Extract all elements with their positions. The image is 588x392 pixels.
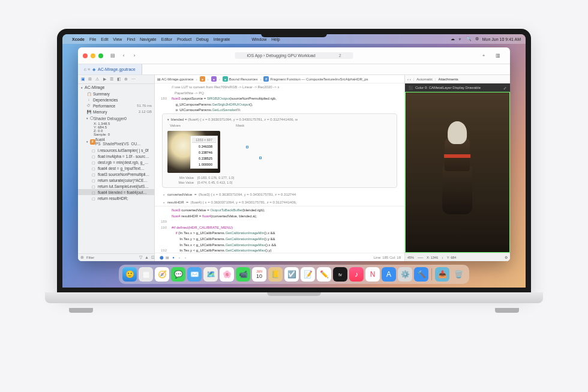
zoom-slider[interactable]: ⎼⎼⎼ <box>418 256 423 259</box>
preview-expand-icon[interactable]: ⤢ <box>503 86 506 90</box>
dock-notes[interactable]: 📝 <box>301 267 315 282</box>
dock-settings[interactable]: ⚙️ <box>398 267 412 282</box>
menu-integrate[interactable]: Integrate <box>214 37 230 41</box>
menu-view[interactable]: View <box>113 37 122 41</box>
stack-row[interactable]: ▢return lut.SampleLevel(lutS… <box>78 183 154 189</box>
filter-opt-2[interactable]: ▲ <box>145 255 149 260</box>
nav-tab-3[interactable]: ⚠ <box>95 77 100 82</box>
stack-row[interactable]: ▢return resultHDR; <box>78 195 154 201</box>
dock-facetime[interactable]: 📹 <box>236 267 250 282</box>
stack-row[interactable]: ▢float3 sourceNonPremultipli… <box>78 171 154 177</box>
menubar-app-name[interactable]: Xcode <box>72 37 85 41</box>
status-control-center-icon[interactable]: ⚙ <box>475 37 479 41</box>
debug-btn-4[interactable]: ‹ <box>176 256 182 259</box>
menubar-clock[interactable]: Mon Jun 10 9:41 AM <box>482 37 521 41</box>
debug-btn-3[interactable]: ● <box>170 256 176 259</box>
menu-window[interactable]: Window <box>251 37 266 41</box>
dock-tv[interactable]: tv <box>333 267 347 282</box>
library-button[interactable]: ▥ <box>494 52 502 59</box>
preview-nav[interactable]: ‹ › <box>407 77 411 81</box>
nav-tab-5[interactable]: ☰ <box>109 77 114 82</box>
xcode-window: ▤ ‹ › iOS App › Debugging GPU Workload 2… <box>78 47 510 261</box>
document-tab[interactable]: ⎌ ≡ ◆ AC-Mirage.gputrace <box>78 64 142 74</box>
nav-tab-4[interactable]: ▶ <box>102 77 107 82</box>
status-cloud-icon[interactable]: ☁ <box>451 37 455 41</box>
menu-debug[interactable]: Debug <box>196 37 209 41</box>
dock-freeform[interactable]: ✏️ <box>317 267 331 282</box>
menu-navigate[interactable]: Navigate <box>140 37 157 41</box>
sidebar-dependencies[interactable]: ↕Dependencies <box>78 97 154 103</box>
dock-launchpad[interactable]: ▦ <box>139 267 153 282</box>
sidebar-summary[interactable]: 📋Summary <box>78 91 154 97</box>
stack-row[interactable]: ▢dest.rgb = min(dest.rgb, g_… <box>78 159 154 165</box>
dock-maps[interactable]: 🗺️ <box>203 267 218 282</box>
stack-row[interactable]: ▢float4 dest = g_InputText… <box>78 165 154 171</box>
bc-file[interactable]: ▤ AC-Mirage.gputrace <box>157 77 194 81</box>
filter-input[interactable] <box>86 255 137 260</box>
stack-row-selected[interactable]: ▢float4 blended = float4(out… <box>78 189 154 195</box>
nav-tab-1[interactable]: ▣ <box>80 77 85 82</box>
dock-messages[interactable]: 💬 <box>171 267 185 282</box>
result-hdr[interactable]: resultHDR = (float4) { x = 0.3630371094,… <box>155 198 404 206</box>
nav-tab-7[interactable]: ⊕ <box>124 77 128 82</box>
nav-tab-8[interactable]: ⋯ <box>131 77 136 82</box>
code-area-2[interactable]: 189190192 float3 convertedValue = Output… <box>155 206 404 253</box>
nav-back-icon[interactable]: ‹ <box>120 52 127 59</box>
code-area[interactable]: 180185 // use LUT to convert from Rec709… <box>155 83 404 111</box>
dock-music[interactable]: ♪ <box>349 267 364 282</box>
metal-drawable-preview[interactable] <box>405 92 510 253</box>
window-close-button[interactable] <box>83 53 88 58</box>
debug-btn-2[interactable]: ▤ <box>164 255 170 259</box>
dock-xcode[interactable]: 🔨 <box>414 267 428 282</box>
window-zoom-button[interactable] <box>98 53 103 58</box>
nav-forward-icon[interactable]: › <box>131 52 138 59</box>
nav-tab-2[interactable]: ⊞ <box>88 77 92 82</box>
sidebar-toggle-icon[interactable]: ▤ <box>109 52 116 59</box>
nav-tab-6[interactable]: ◧ <box>116 77 121 82</box>
bc-function[interactable]: Fragment Function — CompositeTextureInvS… <box>270 77 368 81</box>
dock-finder[interactable]: 🙂 <box>122 267 137 282</box>
dock-contacts[interactable]: 📒 <box>268 267 283 282</box>
stack-row[interactable]: ▢i.resources.lutSampler( | s_0f <box>78 147 154 153</box>
debug-btn-1[interactable]: ⬤ <box>158 255 164 259</box>
menu-help[interactable]: Help <box>271 37 280 41</box>
dock-trash[interactable]: 🗑️ <box>451 267 466 282</box>
menu-product[interactable]: Product <box>177 37 191 41</box>
bc-resources[interactable]: Bound Resources <box>229 77 258 81</box>
preview-tab-attachments[interactable]: Attachments <box>438 77 458 81</box>
add-button[interactable]: + <box>480 52 487 59</box>
result-converted[interactable]: convertedValue = (float3) { x = 0.363037… <box>155 190 404 198</box>
dock-mail[interactable]: ✉️ <box>187 267 202 282</box>
menu-editor[interactable]: Editor <box>161 37 172 41</box>
dock-reminders[interactable]: ☑️ <box>284 267 299 282</box>
stack-row[interactable]: ▢return saturate(color)*ACE… <box>78 177 154 183</box>
swatch-icon: ⬛ <box>409 86 413 90</box>
dock-news[interactable]: N <box>365 267 380 282</box>
popover-mask-view[interactable] <box>226 131 292 173</box>
dock-safari[interactable]: 🧭 <box>155 267 169 282</box>
filter-icon[interactable]: ⊕ <box>80 255 84 260</box>
sidebar-memory[interactable]: 💾Memory2.12 GB <box>78 109 154 115</box>
titlebar-badge: 2 <box>339 53 341 58</box>
dock-downloads[interactable]: 📥 <box>435 267 449 282</box>
status-wifi-icon[interactable]: ᯤ <box>458 37 463 41</box>
dock-calendar[interactable]: JUN10 <box>252 267 266 282</box>
popover-texture-thumb[interactable]: 1353 × 697 0.246338 0.238746 0.238525 1.… <box>167 131 220 173</box>
debug-btn-5[interactable]: › <box>182 256 188 259</box>
macos-dock: 🙂 ▦ 🧭 💬 ✉️ 🗺️ 🌸 📹 JUN10 📒 ☑️ 📝 ✏️ tv ♪ N… <box>119 265 469 284</box>
sidebar-performance[interactable]: ⏱Performance51.76 ms <box>78 103 154 109</box>
zoom-pct[interactable]: 45% <box>407 256 414 259</box>
preview-tab-automatic[interactable]: Automatic <box>416 77 433 81</box>
filter-opt-1[interactable]: ▽ <box>139 255 142 260</box>
dock-photos[interactable]: 🌸 <box>220 267 234 282</box>
variable-inspector-popover: blended = (float4) { x = 0.3630371094, y… <box>162 113 397 188</box>
menu-find[interactable]: Find <box>127 37 135 41</box>
menu-file[interactable]: File <box>89 37 96 41</box>
status-search-icon[interactable]: 🔍 <box>466 37 472 41</box>
dock-appstore[interactable]: A <box>382 267 396 282</box>
fn-signature: Ffloat4 PS_ShadePixel(VS_OU… <box>78 136 154 147</box>
preview-options-icon[interactable]: ⚙ <box>505 256 508 259</box>
window-minimize-button[interactable] <box>91 53 95 58</box>
menu-edit[interactable]: Edit <box>101 37 108 41</box>
stack-row[interactable]: ▢float invAlpha = 1.0f - sourc… <box>78 153 154 159</box>
